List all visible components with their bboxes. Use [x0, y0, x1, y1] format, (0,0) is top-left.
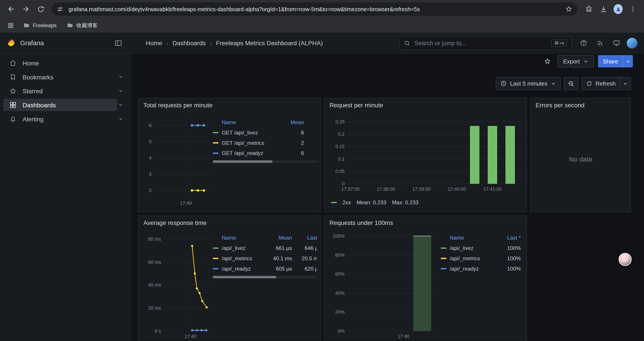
apps-grid-icon[interactable] — [5, 20, 16, 31]
search-input[interactable] — [414, 39, 548, 47]
share-dropdown-icon[interactable] — [623, 55, 633, 67]
news-rss-icon[interactable] — [594, 37, 606, 49]
app-body: Home Bookmarks Starred Dashboards Alerti… — [0, 54, 644, 341]
bar-chart[interactable]: 00.050.10.150.20.2517:37:0017:38:0017:39… — [328, 115, 524, 197]
reload-button[interactable] — [34, 2, 48, 16]
legend-row: /api/_readyz 100% — [441, 263, 524, 274]
svg-text:0.2: 0.2 — [338, 132, 344, 137]
home-icon — [9, 59, 17, 67]
svg-text:17:38:00: 17:38:00 — [377, 187, 395, 192]
sidebar-item-dashboards[interactable]: Dashboards — [0, 98, 130, 112]
profile-avatar[interactable] — [611, 2, 625, 16]
legend-header-last[interactable]: Last * — [496, 235, 520, 241]
chevron-down-icon — [623, 81, 628, 86]
panel-title[interactable]: Requests under 100ms — [330, 219, 393, 226]
search-shortcut-kbd: ⌘+k — [551, 39, 567, 47]
site-settings-icon[interactable] — [57, 6, 64, 13]
timeseries-chart[interactable]: 2345617:40 — [142, 115, 213, 209]
chevron-down-icon[interactable] — [118, 88, 124, 94]
chevron-down-icon[interactable] — [118, 102, 124, 108]
panel-title[interactable]: Total requests per minute — [143, 102, 212, 109]
scrollbar-thumb[interactable] — [213, 160, 273, 163]
chevron-down-icon[interactable] — [118, 74, 124, 80]
breadcrumb-separator: › — [166, 40, 168, 47]
svg-text:60 ms: 60 ms — [148, 260, 161, 265]
folder-icon — [66, 22, 74, 29]
grafana-logo-icon[interactable] — [6, 38, 16, 48]
user-avatar[interactable] — [627, 38, 638, 48]
bell-icon — [9, 115, 17, 123]
panel-title[interactable]: Errors per second — [536, 102, 584, 109]
series-name[interactable]: 2xx — [342, 199, 351, 206]
chevron-down-icon[interactable] — [118, 116, 124, 122]
bookmark-item-freeleaps[interactable]: Freeleaps — [20, 20, 60, 31]
zoom-out-button[interactable] — [564, 77, 578, 90]
svg-text:80%: 80% — [335, 253, 344, 258]
bookmark-item-blog[interactable]: 收藏博客 — [63, 20, 101, 31]
legend-scrollbar[interactable] — [213, 160, 317, 163]
dashboard-actions: Export Share — [542, 55, 633, 67]
bookmark-label: Freeleaps — [33, 22, 56, 28]
share-button[interactable]: Share — [598, 55, 623, 67]
svg-text:4: 4 — [149, 155, 152, 161]
bookmarks-bar: Freeleaps 收藏博客 — [0, 18, 644, 33]
panel-total-requests: Total requests per minute 2345617:40 Nam… — [138, 98, 321, 212]
help-icon[interactable] — [577, 37, 590, 49]
svg-text:17:40:00: 17:40:00 — [448, 187, 466, 192]
browser-menu-icon[interactable] — [626, 2, 640, 16]
url-bar[interactable] — [52, 3, 577, 16]
legend-header-name[interactable]: Name — [213, 235, 266, 241]
chevron-down-icon — [551, 81, 556, 86]
panel-title[interactable]: Average response time — [143, 219, 207, 226]
legend-table: Name Last * /api/_livez 100% /api/_metri… — [441, 232, 524, 274]
forward-button[interactable] — [19, 2, 33, 16]
refresh-interval-dropdown[interactable] — [620, 77, 630, 90]
timeseries-chart[interactable]: 0 s20 ms40 ms60 ms80 ms17:40 — [142, 232, 214, 340]
svg-text:17:40: 17:40 — [184, 334, 196, 339]
dock-menu-icon[interactable] — [112, 38, 125, 47]
legend-header-name[interactable]: Name — [213, 119, 278, 125]
sidebar-item-starred[interactable]: Starred — [0, 84, 130, 98]
svg-text:0.15: 0.15 — [335, 144, 344, 149]
scrollbar-thumb[interactable] — [213, 276, 276, 278]
svg-text:20 ms: 20 ms — [148, 305, 161, 311]
breadcrumb-dashboards[interactable]: Dashboards — [172, 40, 206, 47]
legend-header-name[interactable]: Name — [441, 235, 496, 241]
back-button[interactable] — [4, 2, 18, 16]
series-color-dash — [213, 132, 218, 133]
legend-row: GET /api/_readyz 6 — [213, 148, 317, 158]
favorite-star-icon[interactable] — [542, 55, 554, 67]
refresh-button[interactable]: Refresh — [582, 77, 620, 90]
svg-text:100%: 100% — [332, 233, 344, 239]
downloads-icon[interactable] — [596, 2, 610, 16]
topnav-icons — [572, 37, 644, 49]
series-color-dash — [213, 142, 218, 144]
series-color-dash — [441, 268, 446, 269]
extensions-icon[interactable] — [582, 2, 596, 16]
panel-title[interactable]: Request per minute — [330, 102, 383, 109]
screen: Freeleaps 收藏博客 Grafana Home › Dashboards… — [0, 0, 644, 341]
monitor-icon[interactable] — [610, 37, 622, 49]
bookmark-star-icon[interactable] — [565, 5, 572, 13]
breadcrumb-home[interactable]: Home — [146, 40, 162, 47]
legend-scrollbar[interactable] — [213, 276, 317, 278]
legend-header-mean[interactable]: Mean — [266, 235, 292, 241]
svg-text:17:40: 17:40 — [398, 334, 410, 339]
sidebar-item-home[interactable]: Home — [0, 56, 130, 70]
svg-text:0.05: 0.05 — [335, 169, 344, 174]
bar-chart[interactable]: 0%20%40%60%80%100%17:40 — [328, 232, 438, 340]
sidebar-item-alerting[interactable]: Alerting — [0, 112, 130, 126]
assistant-avatar[interactable] — [618, 253, 632, 266]
legend-max: Max: 0.233 — [392, 199, 418, 206]
time-range-picker[interactable]: Last 5 minutes — [496, 77, 560, 90]
export-button[interactable]: Export — [558, 55, 594, 67]
brand: Grafana — [0, 38, 131, 48]
search-box[interactable]: ⌘+k — [399, 36, 572, 50]
legend-row: GET /api/_livez 6 — [213, 128, 317, 138]
legend-header-last[interactable]: Last * — [292, 235, 317, 241]
sidebar-item-bookmarks[interactable]: Bookmarks — [0, 70, 130, 84]
grafana-topnav: Grafana Home › Dashboards › Freeleaps Me… — [0, 33, 644, 54]
url-input[interactable] — [68, 6, 561, 13]
legend-header-mean[interactable]: Mean — [278, 119, 304, 125]
svg-text:40%: 40% — [335, 290, 344, 296]
